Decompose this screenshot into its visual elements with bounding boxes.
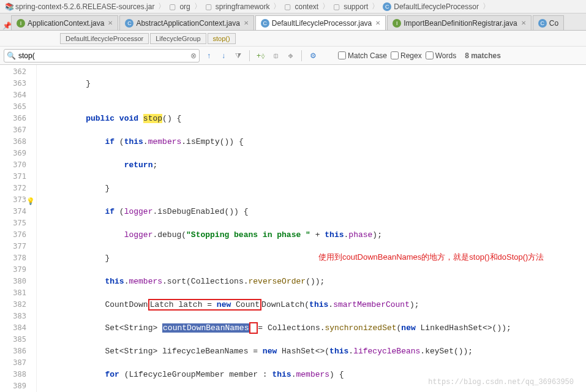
- remove-selection-icon[interactable]: ⎆: [285, 50, 296, 61]
- search-input-box[interactable]: 🔍 ⊗: [4, 49, 200, 62]
- search-icon: 🔍: [7, 51, 16, 60]
- match-count: 8 matches: [465, 51, 501, 60]
- match-case-checkbox[interactable]: Match Case: [338, 51, 387, 60]
- tab-file[interactable]: CAbstractApplicationContext.java✕: [119, 15, 254, 30]
- structure-nav: DefaultLifecycleProcessor LifecycleGroup…: [0, 31, 586, 47]
- tab-label: ApplicationContext.java: [28, 19, 104, 28]
- editor-tabs: 📌 IApplicationContext.java✕ CAbstractApp…: [0, 13, 586, 31]
- chevron-right-icon: 〉: [273, 1, 280, 12]
- crumb-pkg[interactable]: ▢context: [282, 2, 321, 11]
- close-icon[interactable]: ✕: [375, 20, 380, 26]
- next-match-button[interactable]: ↓: [218, 50, 229, 61]
- filter-icon[interactable]: ⧩: [233, 50, 244, 61]
- tab-label: AbstractApplicationContext.java: [136, 19, 239, 28]
- add-selection-icon[interactable]: +⎀: [255, 50, 266, 61]
- chevron-right-icon: 〉: [194, 1, 201, 12]
- tab-label: ImportBeanDefinitionRegistrar.java: [404, 19, 517, 28]
- annotation-text: 使用到coutDownBeanNames的地方，就是stop()和doStop(…: [318, 251, 544, 263]
- watermark: https://blog.csdn.net/qq_36963950: [428, 377, 574, 388]
- crumb-pkg[interactable]: ▢org: [167, 2, 192, 11]
- crumb-pkg[interactable]: ▢springframework: [203, 2, 272, 11]
- crumb-class[interactable]: CDefaultLifecycleProcessor: [380, 2, 481, 11]
- clear-icon[interactable]: ⊗: [190, 51, 197, 60]
- close-icon[interactable]: ✕: [108, 20, 113, 26]
- tab-file[interactable]: CCo: [533, 15, 564, 30]
- crumb-pkg[interactable]: ▢support: [331, 2, 370, 11]
- code-editor[interactable]: 362363364365366367368369370371372373💡374…: [0, 65, 586, 392]
- regex-checkbox[interactable]: Regex: [391, 51, 422, 60]
- search-bar: 🔍 ⊗ ↑ ↓ ⧩ +⎀ ⎅ ⎆ ⚙ Match Case Regex Word…: [0, 47, 586, 65]
- words-checkbox[interactable]: Words: [426, 51, 456, 60]
- close-icon[interactable]: ✕: [244, 20, 249, 26]
- search-input[interactable]: [16, 51, 190, 60]
- nav-method[interactable]: stop(): [208, 33, 236, 44]
- close-icon[interactable]: ✕: [521, 20, 526, 26]
- code-area[interactable]: } public void stop() { if (this.members.…: [37, 65, 586, 392]
- select-all-icon[interactable]: ⎅: [270, 50, 281, 61]
- tab-file[interactable]: IApplicationContext.java✕: [11, 15, 118, 30]
- pin-icon[interactable]: 📌: [2, 21, 10, 30]
- tab-label: Co: [549, 19, 558, 28]
- crumb-jar[interactable]: 📚spring-context-5.2.6.RELEASE-sources.ja…: [2, 2, 157, 11]
- tab-label: DefaultLifecycleProcessor.java: [272, 19, 372, 28]
- separator: [249, 50, 250, 61]
- chevron-right-icon: 〉: [322, 1, 329, 12]
- settings-icon[interactable]: ⚙: [307, 50, 318, 61]
- chevron-right-icon: 〉: [483, 1, 490, 12]
- breadcrumb-bar: 📚spring-context-5.2.6.RELEASE-sources.ja…: [0, 0, 586, 13]
- separator: [301, 50, 302, 61]
- nav-class[interactable]: DefaultLifecycleProcessor: [60, 33, 149, 44]
- prev-match-button[interactable]: ↑: [203, 50, 214, 61]
- chevron-right-icon: 〉: [372, 1, 379, 12]
- line-gutter: 362363364365366367368369370371372373💡374…: [0, 65, 37, 392]
- nav-class[interactable]: LifecycleGroup: [150, 33, 206, 44]
- chevron-right-icon: 〉: [158, 1, 165, 12]
- tab-file-active[interactable]: CDefaultLifecycleProcessor.java✕: [255, 15, 386, 30]
- tab-file[interactable]: IImportBeanDefinitionRegistrar.java✕: [387, 15, 531, 30]
